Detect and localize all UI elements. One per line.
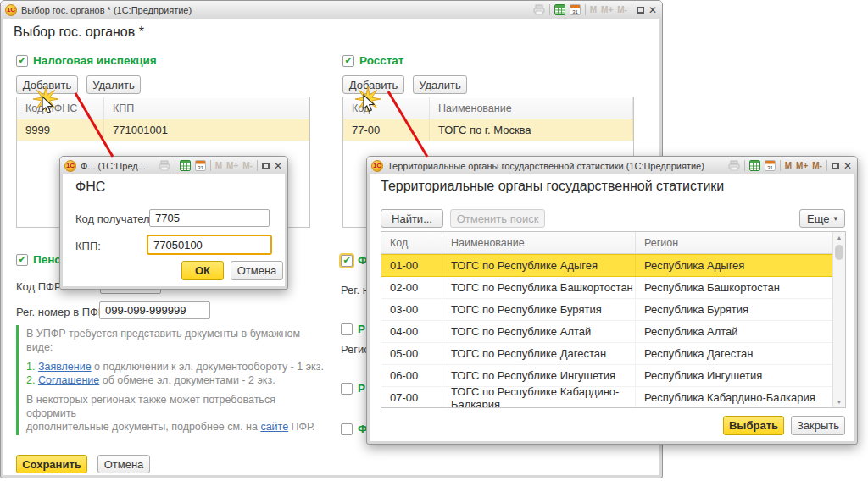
memory-icon[interactable]: M <box>590 5 597 14</box>
memory-plus-icon[interactable]: M+ <box>226 161 238 170</box>
checkbox-box[interactable] <box>341 423 353 435</box>
close-button[interactable]: Закрыть <box>791 416 845 435</box>
recipient-code-input[interactable]: 7705 <box>149 209 270 227</box>
cell: Республика Бурятия <box>636 299 845 320</box>
checkbox-label: Росстат <box>359 54 403 67</box>
main-window-title: Выбор гос. органов * (1С:Предприятие) <box>21 5 192 15</box>
memory-minus-icon[interactable]: M- <box>242 161 253 170</box>
checkbox-box[interactable] <box>341 383 353 395</box>
check-icon: ✔ <box>18 56 25 65</box>
table-row[interactable]: 77-00 ТОГС по г. Москва <box>343 119 633 141</box>
column-header[interactable]: Код ИФНС <box>17 97 104 119</box>
more-button[interactable]: Еще ▾ <box>799 209 845 228</box>
rosstat-add-button[interactable]: Добавить <box>342 75 404 94</box>
titlebar-separator <box>585 4 586 15</box>
cancel-button[interactable]: Отмена <box>97 455 150 473</box>
close-icon[interactable]: ✕ <box>843 161 852 171</box>
close-icon[interactable]: ✕ <box>274 161 282 171</box>
cell: 9999 <box>17 119 104 141</box>
column-header[interactable]: Наименование <box>430 97 633 119</box>
print-icon[interactable] <box>159 160 170 171</box>
cell: Республика Ингушетия <box>636 365 845 386</box>
scroll-up-icon[interactable]: ▲ <box>833 232 845 243</box>
maximize-icon[interactable] <box>832 163 839 169</box>
column-header[interactable]: Наименование <box>442 232 636 253</box>
checkbox-box[interactable]: ✔ <box>342 55 354 67</box>
info-outro-line2: дополнительные документы, подробнее см. … <box>26 420 328 434</box>
1c-logo-icon: 1С <box>5 4 17 16</box>
rosstat-remove-button[interactable]: Удалить <box>413 75 467 94</box>
pfr-reg-input[interactable]: 099-099-999999 <box>99 301 210 319</box>
application-link[interactable]: Заявление <box>38 361 92 373</box>
maximize-icon[interactable] <box>262 163 270 169</box>
memory-plus-icon[interactable]: M+ <box>601 5 613 14</box>
scrollbar-thumb[interactable] <box>835 245 843 260</box>
maximize-icon[interactable] <box>637 7 644 14</box>
print-icon[interactable] <box>533 4 545 15</box>
calculator-icon[interactable] <box>180 160 191 171</box>
checkbox-box[interactable]: ✔ <box>16 254 28 266</box>
item-text: о подключении к эл. документообороту - 1… <box>92 361 324 373</box>
calculator-icon[interactable] <box>554 4 565 15</box>
memory-icon[interactable]: M <box>785 161 792 170</box>
item-number: 2. <box>26 374 35 386</box>
checkbox-hidden-3[interactable]: Р <box>341 382 365 395</box>
table-row[interactable]: 04-00 ТОГС по Республике Алтай Республик… <box>381 321 845 343</box>
memory-icon[interactable]: M <box>215 161 222 170</box>
stats-window-title: Территориальные органы государственной с… <box>387 161 704 171</box>
column-header[interactable]: КПП <box>104 97 309 119</box>
kpp-input[interactable]: 77050100 <box>147 235 272 255</box>
find-button[interactable]: Найти... <box>381 209 443 228</box>
tax-remove-button[interactable]: Удалить <box>86 75 141 94</box>
table-row[interactable]: 05-00 ТОГС по Республике Дагестан Респуб… <box>381 343 845 365</box>
calendar-icon[interactable]: 31 <box>765 160 776 171</box>
checkbox-box[interactable]: ✔ <box>16 55 28 67</box>
table-row[interactable]: 9999 771001001 <box>17 119 309 141</box>
checkbox-pension-fund[interactable]: ✔ Пено <box>16 253 62 266</box>
table-row-selected[interactable]: 01-00 ТОГС по Республике Адыгея Республи… <box>381 254 845 277</box>
checkbox-box[interactable] <box>341 323 353 335</box>
stats-table: Код Наименование Регион 01-00 ТОГС по Ре… <box>381 231 846 408</box>
column-header[interactable]: Регион <box>636 232 845 253</box>
close-icon[interactable]: ✕ <box>648 5 657 15</box>
checkbox-tax-inspection[interactable]: ✔ Налоговая инспекция <box>16 54 157 67</box>
info-item-1: 1. Заявление о подключении к эл. докумен… <box>26 360 328 373</box>
calendar-icon[interactable]: 31 <box>570 4 581 15</box>
scroll-down-icon[interactable]: ▼ <box>833 396 845 407</box>
ok-button[interactable]: ОК <box>181 261 224 280</box>
table-row[interactable]: 03-00 ТОГС по Республике Бурятия Республ… <box>381 299 845 321</box>
table-row[interactable]: 07-00 ТОГС по Республике Кабардино-Балка… <box>381 387 845 408</box>
calendar-icon[interactable]: 31 <box>195 160 206 171</box>
table-row[interactable]: 02-00 ТОГС по Республика Башкортостан Ре… <box>381 277 845 299</box>
calculator-icon[interactable] <box>749 160 760 171</box>
checkbox-fss[interactable]: ✔ Ф <box>341 254 368 267</box>
print-icon[interactable] <box>728 160 740 171</box>
item-text: об обмене эл. документами - 2 экз. <box>99 374 275 386</box>
pfr-site-link[interactable]: сайте <box>260 421 288 433</box>
cell: ТОГС по г. Москва <box>430 119 633 141</box>
fns-cancel-button[interactable]: Отмена <box>231 261 283 280</box>
memory-minus-icon[interactable]: M- <box>617 5 627 14</box>
memory-minus-icon[interactable]: M- <box>812 161 822 170</box>
agreement-link[interactable]: Соглашение <box>38 374 99 386</box>
info-item-2: 2. Соглашение об обмене эл. документами … <box>26 373 328 387</box>
checkbox-hidden-4[interactable]: Ф <box>341 423 368 435</box>
vertical-scrollbar[interactable]: ▲ ▼ <box>832 232 845 407</box>
page-title: Выбор гос. органов * <box>14 25 144 40</box>
column-header[interactable]: Код <box>343 97 430 119</box>
cell: ТОГС по Республике Алтай <box>442 321 636 342</box>
cancel-search-button[interactable]: Отменить поиск <box>450 209 545 228</box>
table-row[interactable]: 06-00 ТОГС по Республике Ингушетия Респу… <box>381 365 845 387</box>
save-button[interactable]: Сохранить <box>16 455 87 473</box>
tax-add-button[interactable]: Добавить <box>16 75 78 94</box>
checkbox-rosstat[interactable]: ✔ Росстат <box>342 54 403 67</box>
checkbox-label: Р <box>358 382 365 395</box>
memory-plus-icon[interactable]: M+ <box>796 161 808 170</box>
checkbox-hidden-2[interactable]: Р <box>341 323 365 335</box>
fss-reg-label: Рег. н <box>341 284 369 296</box>
checkbox-box[interactable]: ✔ <box>341 255 353 267</box>
column-header[interactable]: Код <box>381 232 442 253</box>
select-button[interactable]: Выбрать <box>723 416 784 435</box>
cell: 77-00 <box>343 119 430 141</box>
main-titlebar: 1С Выбор гос. органов * (1С:Предприятие)… <box>1 1 662 19</box>
